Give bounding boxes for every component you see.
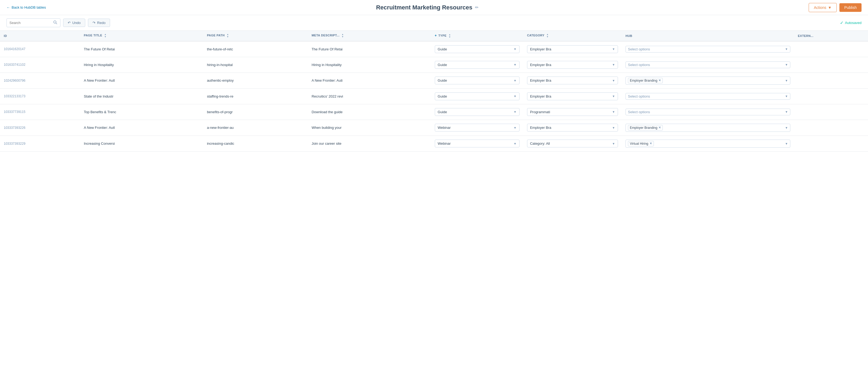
cell-hub: Employer Branding ✕ ▼ bbox=[622, 120, 794, 136]
redo-button[interactable]: ↷ Redo bbox=[88, 19, 110, 27]
hub-placeholder: Select options bbox=[628, 94, 650, 98]
type-dropdown[interactable]: Webinar ▼ bbox=[435, 140, 520, 147]
category-dropdown[interactable]: Category: All ▼ bbox=[527, 140, 618, 147]
category-dropdown[interactable]: Programmati ▼ bbox=[527, 108, 618, 116]
undo-button[interactable]: ↶ Undo bbox=[63, 19, 85, 27]
add-type-icon[interactable]: + bbox=[435, 33, 437, 37]
remove-tag-icon[interactable]: ✕ bbox=[658, 79, 661, 82]
col-header-page-title[interactable]: PAGE TITLE ▲ ▼ bbox=[80, 31, 203, 41]
actions-button[interactable]: Actions ▼ bbox=[809, 3, 837, 12]
cell-hub: Select options ▼ bbox=[622, 57, 794, 72]
type-dropdown[interactable]: Guide ▼ bbox=[435, 108, 520, 116]
table-row: 103322133173State of the Industrstaffing… bbox=[0, 89, 868, 104]
category-value: Employer Bra bbox=[530, 47, 551, 51]
chevron-down-icon: ▼ bbox=[785, 79, 788, 82]
type-dropdown[interactable]: Guide ▼ bbox=[435, 76, 520, 84]
col-header-extern: EXTERN... bbox=[794, 31, 868, 41]
search-box[interactable] bbox=[6, 18, 60, 27]
cell-type: Webinar ▼ bbox=[431, 136, 523, 151]
hub-dropdown[interactable]: Select options ▼ bbox=[625, 62, 790, 68]
sort-page-path[interactable]: ▲ ▼ bbox=[226, 33, 229, 38]
table-row: 103337393229Increasing Conversiincreasin… bbox=[0, 136, 868, 151]
hub-tag: Employer Branding ✕ bbox=[628, 125, 663, 131]
cell-category: Programmati ▼ bbox=[523, 104, 622, 120]
category-value: Employer Bra bbox=[530, 78, 551, 82]
type-value: Webinar bbox=[438, 141, 451, 145]
type-dropdown[interactable]: Guide ▼ bbox=[435, 93, 520, 100]
cell-id: 103337739115 bbox=[0, 104, 80, 120]
tag-label: Employer Branding bbox=[630, 126, 657, 130]
sort-page-title[interactable]: ▲ ▼ bbox=[104, 33, 106, 38]
hub-dropdown[interactable]: Virtual Hiring ✕ ▼ bbox=[625, 140, 790, 148]
remove-tag-icon[interactable]: ✕ bbox=[650, 142, 652, 145]
cell-page-path: a-new-frontier-au bbox=[203, 120, 308, 136]
search-input[interactable] bbox=[9, 21, 52, 25]
col-header-type[interactable]: + TYPE ▲ ▼ bbox=[431, 31, 523, 41]
category-dropdown[interactable]: Employer Bra ▼ bbox=[527, 93, 618, 100]
chevron-down-icon: ▼ bbox=[514, 47, 517, 51]
tag-items: Select options bbox=[628, 47, 650, 51]
hub-dropdown[interactable]: Select options ▼ bbox=[625, 109, 790, 115]
autosaved-status: ✓ Autosaved bbox=[840, 20, 862, 25]
tag-items: Employer Branding ✕ bbox=[628, 125, 663, 131]
hub-dropdown[interactable]: Select options ▼ bbox=[625, 46, 790, 53]
col-header-meta[interactable]: META DESCRIPT... ▲ ▼ bbox=[308, 31, 431, 41]
cell-type: Guide ▼ bbox=[431, 89, 523, 104]
hub-dropdown[interactable]: Select options ▼ bbox=[625, 93, 790, 100]
hub-placeholder: Select options bbox=[628, 110, 650, 114]
chevron-down-icon: ▼ bbox=[785, 110, 788, 113]
hub-dropdown[interactable]: Employer Branding ✕ ▼ bbox=[625, 76, 790, 84]
cell-id: 101641620147 bbox=[0, 41, 80, 57]
category-dropdown[interactable]: Employer Bra ▼ bbox=[527, 61, 618, 69]
type-dropdown[interactable]: Webinar ▼ bbox=[435, 124, 520, 132]
category-value: Category: All bbox=[530, 141, 550, 145]
cell-extern bbox=[794, 41, 868, 57]
cell-extern bbox=[794, 104, 868, 120]
tag-items: Select options bbox=[628, 94, 650, 98]
remove-tag-icon[interactable]: ✕ bbox=[658, 126, 661, 129]
sort-type[interactable]: ▲ ▼ bbox=[448, 34, 451, 38]
type-dropdown[interactable]: Guide ▼ bbox=[435, 61, 520, 69]
sort-category[interactable]: ▲ ▼ bbox=[547, 33, 549, 38]
chevron-down-icon: ▼ bbox=[785, 142, 788, 145]
publish-button[interactable]: Publish bbox=[839, 3, 862, 12]
back-link[interactable]: ← Back to HubDB tables bbox=[6, 5, 46, 9]
cell-category: Employer Bra ▼ bbox=[523, 89, 622, 104]
tag-label: Employer Branding bbox=[630, 79, 657, 82]
toolbar: ↶ Undo ↷ Redo ✓ Autosaved bbox=[0, 15, 868, 31]
chevron-down-icon: ▼ bbox=[785, 126, 788, 129]
category-value: Programmati bbox=[530, 110, 550, 114]
table-row: 101633741102Hiring in Hospitalityhiring-… bbox=[0, 57, 868, 72]
category-value: Employer Bra bbox=[530, 63, 551, 67]
chevron-down-icon: ▼ bbox=[785, 47, 788, 51]
hub-dropdown[interactable]: Employer Branding ✕ ▼ bbox=[625, 124, 790, 132]
cell-hub: Virtual Hiring ✕ ▼ bbox=[622, 136, 794, 151]
chevron-down-icon: ▼ bbox=[514, 95, 517, 98]
col-header-category[interactable]: CATEGORY ▲ ▼ bbox=[523, 31, 622, 41]
chevron-down-icon: ▼ bbox=[612, 110, 615, 113]
cell-page-path: the-future-of-retc bbox=[203, 41, 308, 57]
type-value: Guide bbox=[438, 110, 447, 114]
chevron-down-icon: ▼ bbox=[785, 95, 788, 98]
cell-meta-desc: Download the guide bbox=[308, 104, 431, 120]
cell-meta-desc: A New Frontier: Auti bbox=[308, 72, 431, 89]
cell-extern bbox=[794, 136, 868, 151]
category-value: Employer Bra bbox=[530, 126, 551, 130]
cell-extern bbox=[794, 89, 868, 104]
category-dropdown[interactable]: Employer Bra ▼ bbox=[527, 45, 618, 53]
cell-id: 101633741102 bbox=[0, 57, 80, 72]
edit-icon[interactable]: ✏ bbox=[475, 5, 478, 10]
page-title: Recruitment Marketing Resources bbox=[376, 4, 472, 11]
cell-id: 103337393229 bbox=[0, 136, 80, 151]
hub-tag: Employer Branding ✕ bbox=[628, 78, 663, 83]
cell-hub: Employer Branding ✕ ▼ bbox=[622, 72, 794, 89]
cell-page-path: increasing-candic bbox=[203, 136, 308, 151]
category-dropdown[interactable]: Employer Bra ▼ bbox=[527, 76, 618, 84]
sort-meta[interactable]: ▲ ▼ bbox=[341, 33, 344, 38]
type-dropdown[interactable]: Guide ▼ bbox=[435, 45, 520, 53]
cell-id: 102429600796 bbox=[0, 72, 80, 89]
svg-line-1 bbox=[56, 23, 57, 24]
hub-placeholder: Select options bbox=[628, 63, 650, 67]
category-dropdown[interactable]: Employer Bra ▼ bbox=[527, 124, 618, 132]
col-header-page-path[interactable]: PAGE PATH ▲ ▼ bbox=[203, 31, 308, 41]
